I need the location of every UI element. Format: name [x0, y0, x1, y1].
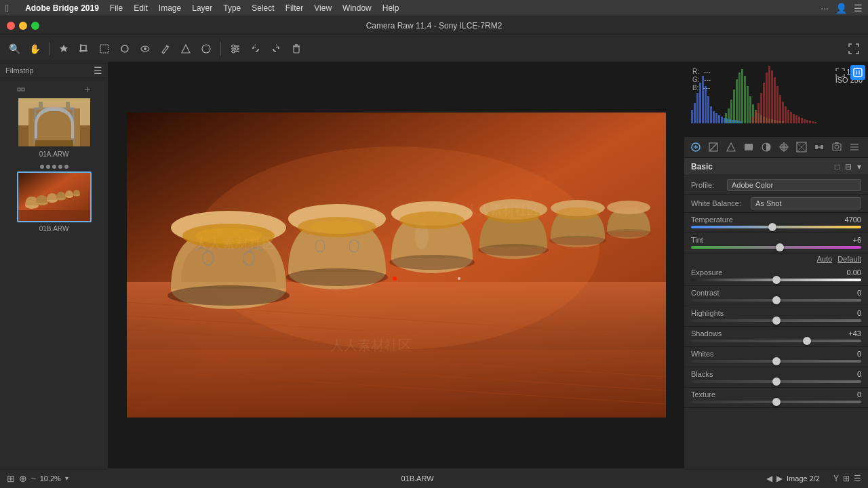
minimize-button[interactable] — [19, 22, 27, 30]
zoom-dropdown-icon[interactable]: ▾ — [65, 474, 68, 482]
highlights-slider-thumb[interactable] — [772, 317, 781, 325]
tint-value[interactable]: +6 — [834, 236, 861, 244]
menu-user-icon[interactable]: 👤 — [835, 3, 847, 14]
texture-slider-track[interactable] — [691, 401, 861, 403]
menu-file[interactable]: File — [110, 3, 123, 13]
rotate-ccw-icon[interactable] — [247, 40, 264, 58]
menu-layer[interactable]: Layer — [192, 3, 212, 13]
filmstrip-thumb-1[interactable] — [17, 97, 92, 148]
exposure-slider-track[interactable] — [691, 279, 861, 281]
basic-tab-icon[interactable] — [688, 140, 703, 155]
adjustment-brush[interactable] — [157, 40, 174, 58]
snapshots-icon[interactable] — [829, 140, 844, 155]
filmstrip-thumb-2[interactable] — [17, 171, 92, 222]
expand-icon[interactable] — [833, 65, 848, 80]
svg-rect-147 — [812, 121, 814, 123]
menu-filter[interactable]: Filter — [285, 3, 304, 13]
nav-next-arrow[interactable]: ▶ — [776, 474, 783, 483]
spot-removal-tool[interactable] — [116, 40, 134, 58]
temperature-value[interactable]: 4700 — [834, 216, 861, 224]
add-view-icon[interactable]: ⊕ — [19, 473, 27, 484]
settings-icon[interactable]: ☰ — [854, 474, 861, 483]
white-balance-tool[interactable] — [55, 40, 73, 58]
tone-curve-icon[interactable] — [706, 140, 721, 155]
zoom-out-icon[interactable]: – — [31, 474, 36, 483]
menu-view[interactable]: View — [314, 3, 332, 13]
menu-adobe-bridge[interactable]: Adobe Bridge 2019 — [25, 3, 99, 13]
menu-edit[interactable]: Edit — [134, 3, 148, 13]
detail-icon[interactable] — [724, 140, 738, 155]
filmstrip-menu-icon[interactable]: ☰ — [94, 65, 102, 76]
menu-help[interactable]: Help — [382, 3, 399, 13]
svg-rect-93 — [715, 113, 717, 123]
radial-filter[interactable] — [197, 40, 215, 58]
split-toning-icon[interactable] — [759, 140, 774, 155]
auto-button[interactable]: Auto — [817, 255, 833, 263]
blacks-value[interactable]: 0 — [834, 370, 861, 378]
svg-rect-143 — [801, 118, 803, 123]
highlights-value[interactable]: 0 — [834, 309, 861, 317]
whites-slider-thumb[interactable] — [772, 357, 781, 365]
texture-slider-thumb[interactable] — [772, 398, 781, 406]
apple-logo[interactable]:  — [5, 3, 9, 14]
menu-window[interactable]: Window — [342, 3, 372, 13]
menu-dots-icon[interactable]: ··· — [821, 3, 829, 14]
menu-list-icon[interactable]: ☰ — [854, 3, 863, 14]
close-button[interactable] — [7, 22, 15, 30]
tint-slider-thumb[interactable] — [776, 243, 784, 251]
panel-icon-settings[interactable]: ⊟ — [845, 162, 852, 171]
exposure-slider-thumb[interactable] — [772, 276, 781, 284]
graduated-filter[interactable] — [177, 40, 195, 58]
exposure-row: Exposure 0.00 — [684, 266, 868, 286]
blacks-slider-track[interactable] — [691, 380, 861, 383]
filmstrip-item-2[interactable]: 01B.ARW — [5, 165, 102, 232]
shadows-value[interactable]: +43 — [834, 329, 861, 338]
contrast-slider-thumb[interactable] — [772, 296, 781, 304]
delete-icon[interactable] — [288, 40, 305, 58]
exposure-value-field[interactable]: 0.00 — [834, 268, 861, 277]
zoom-value[interactable]: 10.2% — [40, 474, 61, 483]
white-balance-select[interactable]: As Shot Auto Daylight Cloudy Custom — [751, 197, 861, 209]
temperature-slider-thumb[interactable] — [768, 223, 776, 231]
blacks-slider-thumb[interactable] — [772, 378, 781, 386]
preferences-icon[interactable] — [226, 40, 244, 58]
shadows-slider-thumb[interactable] — [803, 337, 811, 345]
fullscreen-icon[interactable] — [845, 40, 863, 58]
contrast-slider-track[interactable] — [691, 299, 861, 302]
whites-slider-track[interactable] — [691, 360, 861, 363]
profile-select[interactable]: Adobe Color Adobe Landscape Adobe Portra… — [727, 179, 861, 191]
panel-icon-square[interactable]: □ — [835, 162, 840, 171]
shadows-slider-track[interactable] — [691, 340, 861, 342]
filmstrip-item-1[interactable]: 01A.ARW — [5, 85, 102, 158]
menu-select[interactable]: Select — [252, 3, 274, 13]
texture-value[interactable]: 0 — [834, 390, 861, 399]
zoom-tool[interactable]: 🔍 — [5, 40, 23, 58]
redeye-tool[interactable] — [136, 40, 154, 58]
presets-icon[interactable] — [847, 140, 862, 155]
grid-icon[interactable]: ⊞ — [843, 474, 850, 483]
crop-tool[interactable] — [75, 40, 93, 58]
transform-tool[interactable] — [96, 40, 113, 58]
hand-tool[interactable]: ✋ — [26, 40, 43, 58]
image-area[interactable]: 人人素材社区 人人素材社区 人人素材社区 — [108, 62, 684, 468]
hsl-icon[interactable] — [741, 140, 756, 155]
menu-type[interactable]: Type — [223, 3, 241, 13]
calibration-icon[interactable] — [812, 140, 827, 155]
lens-corrections-icon[interactable] — [776, 140, 791, 155]
temperature-slider-track[interactable] — [691, 226, 861, 228]
default-button[interactable]: Default — [837, 255, 861, 263]
svg-rect-141 — [795, 115, 797, 123]
nav-prev-arrow[interactable]: ◀ — [766, 474, 772, 483]
effects-icon[interactable] — [794, 140, 809, 155]
view-toggle-icon[interactable]: ⊞ — [7, 473, 15, 484]
maximize-button[interactable] — [31, 22, 39, 30]
histogram-highlight-icon[interactable] — [850, 65, 865, 80]
whites-value[interactable]: 0 — [834, 350, 861, 358]
panel-collapse-icon[interactable]: ▾ — [857, 162, 861, 171]
rotate-cw-icon[interactable] — [267, 40, 285, 58]
contrast-value[interactable]: 0 — [834, 289, 861, 297]
tint-slider-track[interactable] — [691, 246, 861, 249]
highlights-slider-track[interactable] — [691, 319, 861, 322]
menu-image[interactable]: Image — [159, 3, 181, 13]
histogram-icon[interactable]: Y — [833, 474, 839, 483]
